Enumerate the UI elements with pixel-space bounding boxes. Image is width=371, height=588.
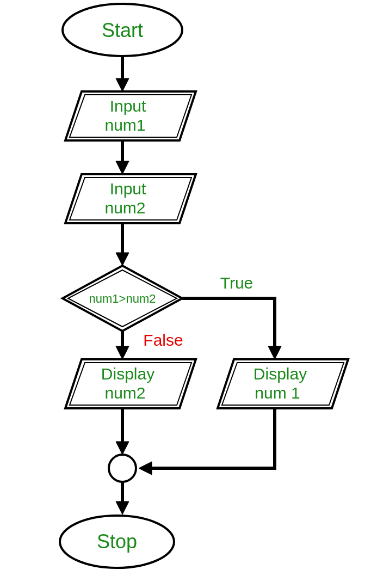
arrow-displaynum2-to-connector (116, 408, 129, 455)
start-label: Start (102, 19, 143, 41)
display-false-line1: Display (101, 365, 154, 383)
svg-marker-15 (116, 346, 129, 359)
svg-marker-13 (268, 346, 281, 359)
input2-line2: num2 (104, 199, 145, 217)
decision-node: num1>num2 (63, 266, 182, 331)
stop-label: Stop (97, 530, 137, 553)
display-true-line2: num 1 (255, 384, 300, 402)
arrow-input2-to-decision (116, 223, 129, 266)
arrow-start-to-input1 (116, 56, 129, 91)
arrow-connector-to-stop (116, 482, 129, 514)
svg-marker-25 (116, 501, 129, 514)
input2-line1: Input (110, 180, 146, 198)
stop-node: Stop (60, 516, 174, 568)
arrow-decision-true: True (182, 274, 281, 359)
display-true-line1: Display (253, 365, 307, 383)
svg-marker-2 (116, 78, 129, 91)
input-num1-node: Input num1 (65, 91, 196, 140)
input-num2-node: Input num2 (65, 174, 196, 223)
input1-line2: num1 (104, 116, 145, 134)
connector-node (109, 455, 136, 482)
display-false-line2: num2 (104, 384, 145, 402)
arrow-decision-false: False (116, 331, 183, 359)
svg-point-23 (109, 455, 136, 482)
svg-marker-6 (116, 161, 129, 174)
svg-marker-22 (139, 462, 152, 475)
display-num1-node: Display num 1 (218, 359, 348, 408)
input1-line1: Input (110, 97, 146, 115)
svg-marker-21 (116, 442, 129, 455)
branch-false-label: False (143, 331, 183, 349)
arrow-displaynum1-to-connector (139, 408, 275, 475)
svg-marker-10 (116, 253, 129, 266)
decision-label: num1>num2 (89, 292, 156, 305)
display-num2-node: Display num2 (65, 359, 196, 408)
arrow-input1-to-input2 (116, 140, 129, 174)
branch-true-label: True (220, 274, 253, 292)
start-node: Start (63, 4, 182, 56)
